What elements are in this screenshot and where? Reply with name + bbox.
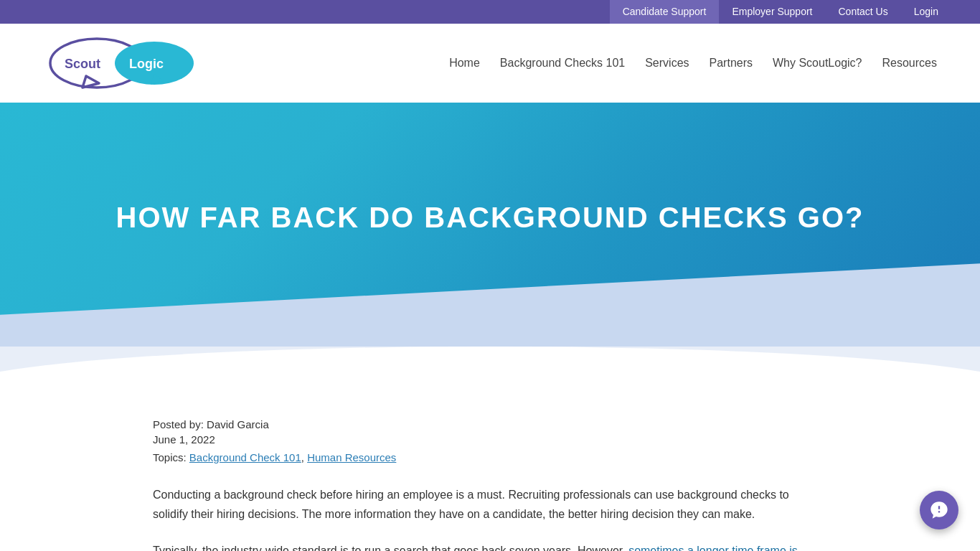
nav-services[interactable]: Services [645, 57, 689, 69]
chat-icon [929, 500, 949, 520]
topics: Topics: Background Check 101, Human Reso… [153, 451, 827, 463]
nav-home[interactable]: Home [449, 57, 480, 69]
top-bar: Candidate Support Employer Support Conta… [0, 0, 980, 24]
paragraph-2-before-link: Typically, the industry-wide standard is… [153, 545, 628, 551]
nav-links: Home Background Checks 101 Services Part… [449, 57, 937, 70]
svg-text:Scout: Scout [65, 57, 100, 71]
logo-svg: Scout Logic [43, 34, 201, 92]
article-content: Posted by: David Garcia June 1, 2022 Top… [95, 390, 885, 551]
author-name: David Garcia [207, 418, 269, 430]
svg-marker-1 [83, 76, 99, 88]
nav-bg-checks[interactable]: Background Checks 101 [500, 57, 625, 69]
posted-by-label: Posted by: [153, 418, 204, 430]
article-body: Conducting a background check before hir… [153, 485, 827, 551]
wave-divider [0, 347, 980, 390]
posted-by: Posted by: David Garcia [153, 418, 827, 430]
nav-partners[interactable]: Partners [710, 57, 753, 69]
post-meta: Posted by: David Garcia June 1, 2022 Top… [153, 418, 827, 463]
contact-us-link[interactable]: Contact Us [825, 0, 900, 24]
login-link[interactable]: Login [901, 0, 951, 24]
paragraph-2: Typically, the industry-wide standard is… [153, 541, 827, 551]
logo[interactable]: Scout Logic [43, 34, 201, 92]
hero-section: HOW FAR BACK DO BACKGROUND CHECKS GO? [0, 103, 980, 347]
page-title: HOW FAR BACK DO BACKGROUND CHECKS GO? [116, 202, 864, 234]
topics-label: Topics: [153, 451, 187, 463]
employer-support-link[interactable]: Employer Support [719, 0, 825, 24]
post-date: June 1, 2022 [153, 433, 827, 446]
svg-text:Logic: Logic [129, 57, 164, 71]
main-nav: Scout Logic Home Background Checks 101 S… [0, 24, 980, 103]
nav-resources[interactable]: Resources [882, 57, 937, 69]
topic-2-link[interactable]: Human Resources [307, 451, 396, 463]
topic-1-link[interactable]: Background Check 101 [189, 451, 301, 463]
candidate-support-link[interactable]: Candidate Support [610, 0, 720, 24]
nav-why[interactable]: Why ScoutLogic? [773, 57, 862, 69]
chat-widget[interactable] [920, 491, 958, 529]
paragraph-1: Conducting a background check before hir… [153, 485, 827, 524]
